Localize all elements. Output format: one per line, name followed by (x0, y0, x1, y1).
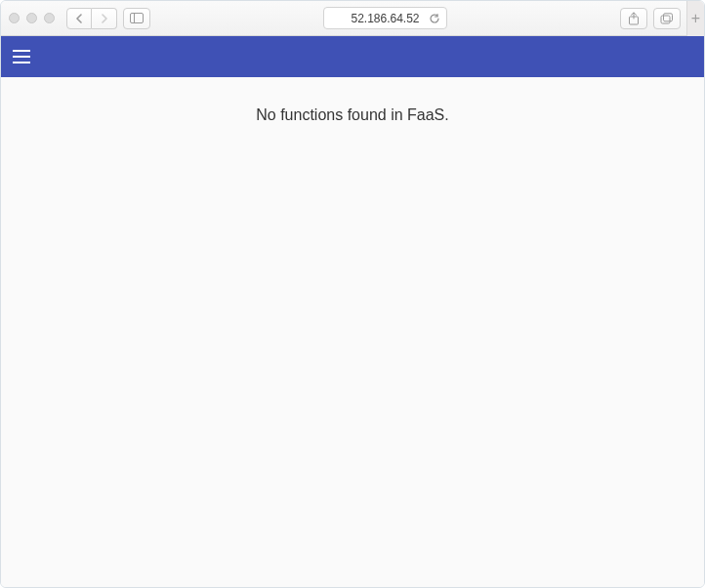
share-icon (628, 12, 640, 25)
nav-buttons (66, 8, 117, 29)
window-controls (9, 13, 55, 23)
forward-button[interactable] (92, 8, 117, 29)
svg-rect-3 (661, 16, 670, 23)
empty-state-message: No functions found in FaaS. (1, 106, 704, 124)
reload-button[interactable] (429, 13, 440, 24)
minimize-window-button[interactable] (26, 13, 37, 23)
content-area: No functions found in FaaS. (1, 77, 704, 588)
new-tab-button[interactable]: + (686, 1, 704, 36)
toolbar-right (620, 8, 681, 29)
address-bar[interactable]: 52.186.64.52 (323, 7, 447, 29)
back-button[interactable] (66, 8, 92, 29)
browser-toolbar: 52.186.64.52 + (1, 1, 704, 36)
chevron-left-icon (75, 14, 83, 23)
reload-icon (429, 13, 440, 24)
chevron-right-icon (101, 14, 108, 23)
hamburger-icon (13, 50, 30, 52)
maximize-window-button[interactable] (44, 13, 55, 23)
share-button[interactable] (620, 8, 647, 29)
menu-button[interactable] (13, 45, 36, 68)
svg-rect-0 (131, 14, 144, 23)
svg-rect-4 (664, 13, 673, 21)
sidebar-toggle-button[interactable] (123, 8, 150, 29)
sidebar-icon (130, 13, 144, 23)
close-window-button[interactable] (9, 13, 20, 23)
plus-icon: + (691, 10, 700, 27)
address-text: 52.186.64.52 (351, 12, 419, 25)
app-header (1, 36, 704, 77)
tabs-icon (660, 13, 674, 24)
tabs-button[interactable] (653, 8, 681, 29)
